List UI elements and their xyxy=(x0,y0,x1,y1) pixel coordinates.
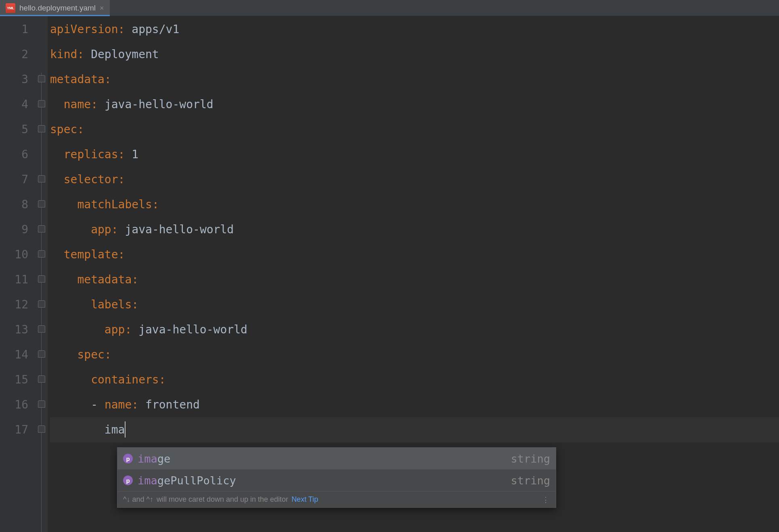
editor-window: YML hello.deployment.yaml × 1 2 3 4 5 6 … xyxy=(0,0,779,532)
code-line: spec: xyxy=(50,117,779,142)
code-line: name: java-hello-world xyxy=(50,92,779,117)
line-number: 9 xyxy=(0,217,28,242)
footer-shortcut: ^↓ and ^↑ xyxy=(123,495,153,504)
fold-toggle-icon[interactable] xyxy=(38,175,45,182)
line-number: 1 xyxy=(0,17,28,42)
fold-toggle-icon[interactable] xyxy=(38,300,45,308)
fold-toggle-icon[interactable] xyxy=(38,100,45,107)
code-line: metadata: xyxy=(50,267,779,292)
line-number: 2 xyxy=(0,42,28,67)
code-line: apiVersion: apps/v1 xyxy=(50,17,779,42)
autocomplete-type: string xyxy=(511,474,550,487)
code-line: labels: xyxy=(50,292,779,317)
code-line: replicas: 1 xyxy=(50,142,779,167)
line-number-gutter: 1 2 3 4 5 6 7 8 9 10 11 12 13 14 15 16 1… xyxy=(0,16,36,532)
fold-toggle-icon[interactable] xyxy=(38,225,45,232)
line-number: 6 xyxy=(0,142,28,167)
fold-toggle-icon[interactable] xyxy=(38,350,45,358)
autocomplete-type: string xyxy=(511,452,550,465)
autocomplete-footer: ^↓ and ^↑ will move caret down and up in… xyxy=(117,491,556,507)
autocomplete-label: imagePullPolicy xyxy=(138,474,236,487)
current-line: ima xyxy=(50,417,779,442)
line-number: 14 xyxy=(0,342,28,367)
next-tip-link[interactable]: Next Tip xyxy=(291,495,318,504)
code-line: containers: xyxy=(50,367,779,392)
autocomplete-item[interactable]: p image string xyxy=(117,448,556,469)
code-line: matchLabels: xyxy=(50,192,779,217)
line-number: 4 xyxy=(0,92,28,117)
line-number: 8 xyxy=(0,192,28,217)
tab-filename: hello.deployment.yaml xyxy=(19,4,96,13)
code-line: kind: Deployment xyxy=(50,42,779,67)
code-line: app: java-hello-world xyxy=(50,317,779,342)
fold-toggle-icon[interactable] xyxy=(38,275,45,283)
fold-toggle-icon[interactable] xyxy=(38,250,45,258)
line-number: 7 xyxy=(0,167,28,192)
code-line: metadata: xyxy=(50,67,779,92)
fold-toggle-icon[interactable] xyxy=(38,125,45,132)
close-icon[interactable]: × xyxy=(100,4,104,12)
line-number: 17 xyxy=(0,417,28,442)
line-number: 5 xyxy=(0,117,28,142)
line-number: 10 xyxy=(0,242,28,267)
fold-toggle-icon[interactable] xyxy=(38,325,45,333)
tab-bar: YML hello.deployment.yaml × xyxy=(0,0,779,16)
footer-hint-text: will move caret down and up in the edito… xyxy=(157,495,288,504)
code-line: template: xyxy=(50,242,779,267)
autocomplete-label: image xyxy=(138,452,170,465)
code-line: selector: xyxy=(50,167,779,192)
line-number: 15 xyxy=(0,367,28,392)
fold-toggle-icon[interactable] xyxy=(38,200,45,207)
line-number: 3 xyxy=(0,67,28,92)
fold-toggle-icon[interactable] xyxy=(38,400,45,408)
autocomplete-item[interactable]: p imagePullPolicy string xyxy=(117,469,556,491)
text-caret xyxy=(125,421,126,438)
line-number: 12 xyxy=(0,292,28,317)
file-tab[interactable]: YML hello.deployment.yaml × xyxy=(0,0,110,16)
fold-toggle-icon[interactable] xyxy=(38,75,45,82)
fold-toggle-icon[interactable] xyxy=(38,425,45,433)
fold-column xyxy=(36,16,48,532)
code-line: spec: xyxy=(50,342,779,367)
line-number: 11 xyxy=(0,267,28,292)
autocomplete-popup: p image string p imagePullPolicy string … xyxy=(117,447,556,508)
code-line: app: java-hello-world xyxy=(50,217,779,242)
more-options-icon[interactable]: ⋮ xyxy=(542,495,550,504)
property-icon: p xyxy=(123,475,133,485)
fold-toggle-icon[interactable] xyxy=(38,375,45,383)
property-icon: p xyxy=(123,454,133,463)
code-line: - name: frontend xyxy=(50,392,779,417)
yaml-file-icon: YML xyxy=(6,3,15,13)
line-number: 16 xyxy=(0,392,28,417)
line-number: 13 xyxy=(0,317,28,342)
